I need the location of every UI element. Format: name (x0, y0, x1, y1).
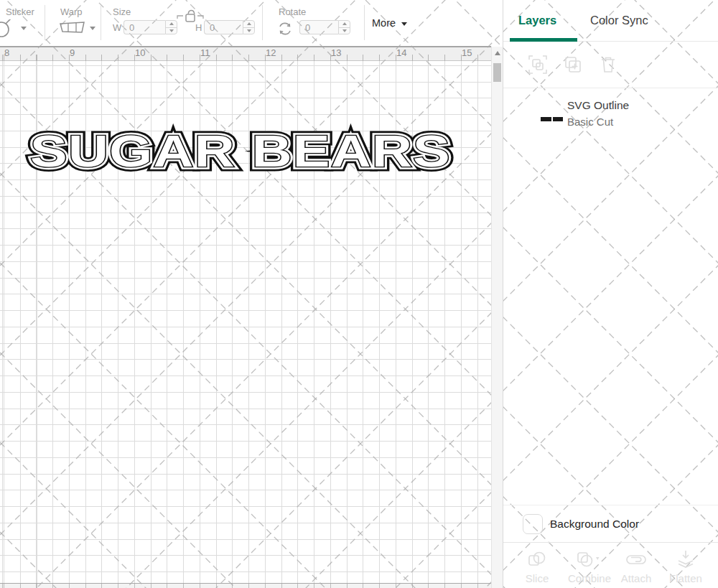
step-up-icon (247, 22, 251, 25)
flatten-label: Flatten (662, 572, 709, 584)
attach-label: Attach (614, 572, 658, 584)
sticker-section-label: Sticker (6, 6, 34, 17)
design-object-sugar-bears[interactable]: SUGAR BEARS SUGAR BEARS SUGAR BEARS (0, 122, 503, 181)
combine-label: Combine (566, 572, 613, 584)
warp-icon (59, 21, 86, 35)
duplicate-icon (563, 55, 583, 75)
width-stepper[interactable] (165, 20, 177, 34)
rotate-section-label: Rotate (279, 6, 306, 17)
delete-layer-button[interactable] (598, 55, 618, 75)
panel-divider (503, 88, 718, 88)
chevron-down-icon (401, 22, 407, 26)
scrollbar-thumb[interactable] (493, 63, 501, 82)
tab-layers[interactable]: Layers (518, 14, 556, 27)
step-down-icon (169, 29, 174, 32)
panel-divider (503, 542, 718, 543)
duplicate-layer-button[interactable] (563, 55, 583, 75)
slice-label: Slice (516, 572, 559, 584)
size-section-label: Size (113, 6, 131, 17)
step-down-icon (342, 29, 347, 32)
toolbar-divider (262, 5, 263, 40)
warp-button[interactable] (59, 21, 99, 37)
trash-icon (598, 55, 618, 75)
warp-section-label: Warp (60, 6, 83, 17)
slice-button[interactable]: Slice (516, 549, 559, 584)
design-text: SUGAR BEARS (30, 126, 451, 176)
slice-icon (528, 551, 546, 568)
chevron-down-icon (90, 27, 95, 30)
sticker-button[interactable] (0, 19, 29, 38)
toolbar-divider (364, 5, 365, 40)
attach-icon (625, 551, 647, 568)
rotate-icon (277, 21, 293, 37)
toolbar-divider (45, 5, 45, 40)
more-label: More (372, 17, 396, 29)
attach-button[interactable]: Attach (614, 549, 658, 584)
step-up-icon (169, 22, 174, 25)
layer-row-svg-outline[interactable]: SVG Outline Basic Cut (503, 93, 718, 134)
width-label: W (113, 22, 121, 33)
more-button[interactable]: More (372, 17, 407, 29)
flatten-button[interactable]: Flatten (662, 549, 709, 584)
layer-thumbnail (541, 112, 563, 125)
step-up-icon (342, 22, 347, 25)
active-tab-underline (510, 38, 577, 42)
toolbar-divider (101, 5, 101, 40)
scroll-up-arrow-icon[interactable] (495, 51, 500, 55)
background-color-label: Background Color (550, 518, 639, 531)
step-down-icon (247, 29, 251, 32)
combine-icon (577, 551, 602, 568)
background-color-swatch[interactable] (523, 514, 543, 534)
tab-color-sync[interactable]: Color Sync (590, 14, 648, 27)
group-layers-button[interactable] (528, 55, 548, 75)
ruler-ticks (0, 55, 491, 61)
group-icon (528, 55, 548, 75)
height-stepper[interactable] (243, 20, 255, 34)
combine-button[interactable]: Combine (566, 549, 613, 584)
height-label: H (195, 22, 202, 33)
width-input[interactable] (123, 20, 165, 34)
layer-subtitle: Basic Cut (567, 116, 613, 128)
flatten-icon (676, 550, 695, 569)
canvas-bottom-ruler (0, 583, 491, 588)
layer-title: SVG Outline (567, 99, 629, 112)
height-input[interactable] (204, 20, 243, 34)
chevron-down-icon (21, 27, 27, 30)
panel-divider (503, 505, 718, 505)
rotate-stepper[interactable] (338, 20, 350, 34)
rotate-input[interactable] (299, 20, 338, 34)
app-window: Sticker Warp Size W H Ro (0, 0, 718, 588)
